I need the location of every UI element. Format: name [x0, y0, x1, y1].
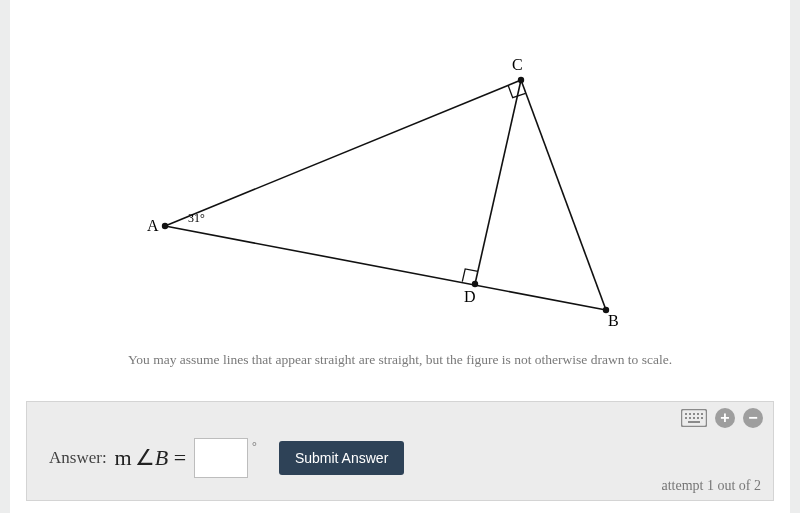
math-equals: = [174, 445, 186, 470]
math-angle-sym: ∠ [135, 445, 155, 470]
content-card: A C B D 31° You may assume lines that ap… [10, 0, 790, 513]
label-D: D [464, 288, 476, 305]
svg-point-3 [472, 281, 478, 287]
segment-CD [475, 80, 521, 284]
geometry-figure: A C B D 31° [10, 0, 790, 340]
svg-rect-6 [689, 413, 691, 415]
answer-panel: + − Answer: m∠B = ° Submit Answer attemp… [26, 401, 774, 501]
answer-row: Answer: m∠B = ° Submit Answer [49, 438, 404, 478]
math-expression: m∠B = [115, 445, 187, 471]
answer-input[interactable] [194, 438, 248, 478]
svg-rect-10 [685, 417, 687, 419]
segment-AB [165, 226, 606, 310]
degree-unit: ° [252, 439, 257, 454]
svg-rect-8 [697, 413, 699, 415]
svg-rect-7 [693, 413, 695, 415]
vertex-points [162, 77, 609, 313]
triangle-svg: A C B D 31° [10, 0, 790, 340]
svg-rect-11 [689, 417, 691, 419]
panel-icon-row: + − [681, 408, 763, 428]
svg-rect-15 [688, 421, 700, 423]
svg-point-1 [518, 77, 524, 83]
svg-rect-9 [701, 413, 703, 415]
segment-CB [521, 80, 606, 310]
segment-AC [165, 80, 521, 226]
attempt-counter: attempt 1 out of 2 [661, 478, 761, 494]
plus-icon[interactable]: + [715, 408, 735, 428]
label-B: B [608, 312, 619, 329]
submit-answer-button[interactable]: Submit Answer [279, 441, 404, 475]
math-var-B: B [155, 445, 168, 470]
angle-A-label: 31° [188, 211, 205, 225]
label-A: A [147, 217, 159, 234]
page-root: A C B D 31° You may assume lines that ap… [0, 0, 800, 513]
svg-rect-5 [685, 413, 687, 415]
keyboard-icon[interactable] [681, 409, 707, 427]
math-m: m [115, 445, 132, 470]
label-C: C [512, 56, 523, 73]
scale-hint-text: You may assume lines that appear straigh… [10, 352, 790, 368]
answer-label: Answer: [49, 448, 107, 468]
svg-point-0 [162, 223, 168, 229]
svg-rect-14 [701, 417, 703, 419]
minus-icon[interactable]: − [743, 408, 763, 428]
svg-rect-12 [693, 417, 695, 419]
svg-rect-13 [697, 417, 699, 419]
